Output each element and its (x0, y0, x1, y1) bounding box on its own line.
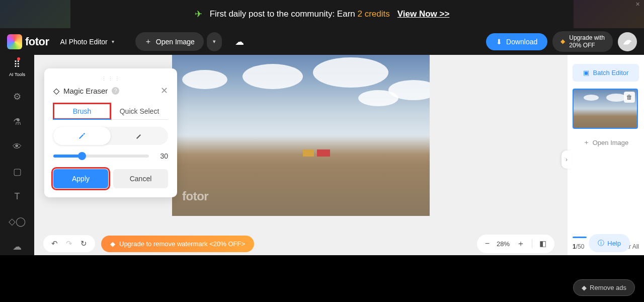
slider-thumb[interactable] (78, 152, 86, 160)
diamond-icon: ◆ (560, 38, 565, 45)
cloud-icon[interactable]: ☁ (235, 36, 244, 47)
trash-icon: 🗑 (626, 94, 632, 101)
brush-minus-icon (135, 131, 144, 140)
undo-button[interactable]: ↶ (51, 239, 58, 248)
eye-icon: 👁 (13, 141, 22, 152)
brush-add-button[interactable] (53, 127, 111, 145)
sliders-icon: ⚙ (13, 91, 21, 102)
plus-icon: ＋ (144, 37, 152, 46)
bird-icon (622, 36, 633, 47)
brand-logo[interactable]: fotor (7, 34, 49, 49)
reset-button[interactable]: ↻ (80, 239, 87, 248)
top-toolbar: fotor AI Photo Editor ▾ ＋ Open Image ▾ ☁… (0, 28, 644, 55)
brush-subtract-button[interactable] (111, 127, 168, 145)
diamond-icon: ◆ (110, 240, 115, 248)
user-avatar[interactable] (618, 32, 637, 51)
layers-icon: ▣ (583, 69, 589, 77)
brush-size-slider[interactable] (53, 155, 149, 158)
image-content (313, 57, 388, 88)
chevron-right-icon: › (566, 156, 568, 163)
open-image-button[interactable]: ＋ Open Image (135, 32, 204, 51)
promo-close-button[interactable]: ✕ (635, 1, 641, 7)
shapes-icon: ◇◯ (9, 216, 26, 227)
remove-ads-button[interactable]: ◆ Remove ads (573, 279, 635, 296)
sidebar-item-elements[interactable]: ◇◯ (9, 216, 26, 227)
cloud-upload-icon: ☁ (13, 241, 22, 252)
zoom-controls: − 28% ＋ ◧ (477, 235, 554, 253)
left-sidebar: ⠿ AI Tools ⚙ ⚗ 👁 ▢ T ◇◯ ☁ (0, 55, 34, 255)
remove-watermark-button[interactable]: ◆ Upgrade to remove watermark <20% OFF> (101, 236, 254, 252)
image-content (303, 149, 314, 157)
panel-title: Magic Eraser (63, 87, 108, 95)
brush-icon (77, 131, 87, 140)
zoom-value: 28% (497, 240, 510, 248)
upgrade-button[interactable]: ◆ Upgrade with20% OFF (552, 31, 613, 52)
panel-close-button[interactable]: ✕ (160, 85, 168, 96)
eraser-icon: ◇ (53, 86, 59, 96)
chevron-down-icon: ▾ (112, 39, 114, 44)
page-counter: 1/50 (573, 243, 584, 250)
brush-size-value: 30 (156, 152, 168, 160)
bottom-toolbar: ↶ ↷ ↻ ◆ Upgrade to remove watermark <20%… (34, 232, 564, 255)
flask-icon: ⚗ (13, 116, 21, 127)
image-content (243, 64, 303, 89)
sidebar-item-label: AI Tools (9, 72, 25, 77)
paper-plane-icon: ✈ (195, 9, 202, 20)
frame-icon: ▢ (13, 166, 22, 177)
download-icon: ⬇ (496, 38, 502, 46)
sidebar-item-ai-tools[interactable]: ⠿ AI Tools (9, 59, 25, 77)
help-icon: ⓘ (598, 239, 604, 248)
editor-mode-dropdown[interactable]: AI Photo Editor ▾ (54, 34, 120, 50)
sidebar-item-text[interactable]: T (15, 191, 20, 202)
right-panel: ▣ Batch Editor 🗑 ＋ Open Image 1/50 🗑 Cle… (568, 55, 644, 255)
tab-brush[interactable]: Brush (53, 103, 111, 119)
open-image-sidebar-button[interactable]: ＋ Open Image (573, 134, 639, 151)
help-icon[interactable]: ? (112, 87, 119, 95)
apply-button[interactable]: Apply (53, 169, 108, 188)
open-image-dropdown[interactable]: ▾ (207, 32, 222, 51)
cancel-button[interactable]: Cancel (113, 169, 168, 188)
sidebar-item-beauty[interactable]: 👁 (13, 141, 22, 152)
grid-icon: ⠿ (14, 59, 20, 70)
plus-icon: ＋ (583, 138, 590, 147)
image-content (182, 70, 227, 89)
text-icon: T (15, 191, 20, 202)
compare-button[interactable]: ◧ (539, 239, 546, 248)
thumbnail-scrollbar[interactable] (573, 237, 587, 238)
brand-text: fotor (25, 35, 49, 48)
drag-dots-icon: ⋮⋮⋮ (101, 76, 121, 82)
batch-editor-button[interactable]: ▣ Batch Editor (573, 64, 639, 82)
image-content (317, 149, 330, 157)
sidebar-item-adjust[interactable]: ⚙ (13, 91, 21, 102)
tab-quick-select[interactable]: Quick Select (111, 103, 168, 119)
panel-drag-handle[interactable]: ⋮⋮⋮ (53, 76, 168, 82)
collapse-panel-button[interactable]: › (561, 150, 572, 169)
sidebar-item-cloud[interactable]: ☁ (13, 241, 22, 252)
notification-dot (17, 57, 20, 60)
sidebar-item-frames[interactable]: ▢ (13, 166, 22, 177)
history-controls: ↶ ↷ ↻ (43, 235, 95, 252)
promo-view-now-link[interactable]: View Now >> (397, 9, 450, 19)
thumbnail-delete-button[interactable]: 🗑 (624, 92, 635, 103)
download-button[interactable]: ⬇ Download (486, 33, 547, 50)
chevron-down-icon: ▾ (213, 38, 216, 45)
promo-bg-left (0, 0, 70, 28)
diamond-icon: ◆ (582, 284, 587, 291)
zoom-in-button[interactable]: ＋ (517, 239, 525, 249)
promo-text: First daily post to the community: Earn … (210, 9, 390, 19)
sidebar-item-effects[interactable]: ⚗ (13, 116, 21, 127)
magic-eraser-panel: ⋮⋮⋮ ◇ Magic Eraser ? ✕ Brush Quick Selec… (44, 68, 177, 197)
promo-banner: ✈ First daily post to the community: Ear… (0, 0, 644, 28)
zoom-out-button[interactable]: − (485, 239, 490, 248)
image-canvas[interactable]: fotor (172, 55, 430, 216)
image-thumbnail[interactable]: 🗑 (573, 89, 638, 129)
watermark: fotor (182, 189, 208, 203)
redo-button[interactable]: ↷ (66, 239, 72, 248)
logo-icon (7, 34, 22, 49)
help-button[interactable]: ⓘ Help (589, 234, 630, 252)
panel-tabs: Brush Quick Select (53, 103, 168, 120)
brush-mode-toggle (53, 127, 168, 145)
promo-bg-right (574, 0, 644, 28)
